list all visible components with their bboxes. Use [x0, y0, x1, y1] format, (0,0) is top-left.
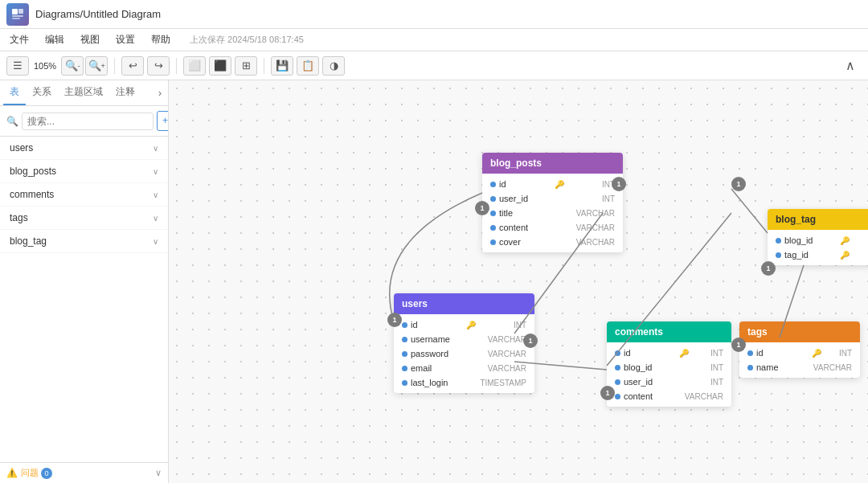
table-blog-posts-header: blog_posts [482, 153, 623, 174]
undo-btn[interactable]: ↩ [121, 56, 144, 76]
sidebar-arrow[interactable]: › [155, 80, 165, 105]
chevron-down-icon: ∨ [153, 237, 158, 246]
table-name-blog-tag: blog_tag [10, 235, 47, 247]
table-tags-header: tags [739, 321, 860, 342]
table-comments-body: id 🔑 INT blog_id INT user_id INT content [607, 342, 731, 407]
history-btn[interactable]: 📋 [297, 56, 319, 76]
last-save-label: 上次保存 2024/5/18 08:17:45 [190, 34, 304, 46]
table-users-header: users [394, 293, 534, 314]
table-row: blog_id INT [607, 360, 731, 375]
table-row: tag_id 🔑 INT [768, 248, 868, 262]
table-tags[interactable]: tags id 🔑 INT name VARCHAR [739, 321, 860, 378]
select-btn[interactable]: ⬜ [183, 56, 206, 76]
table-add-btn[interactable]: ⊞ [235, 56, 257, 76]
menu-view[interactable]: 视图 [77, 31, 103, 48]
table-blog-posts[interactable]: blog_posts id 🔑 INT user_id INT title [482, 153, 623, 252]
menu-bar: 文件 编辑 视图 设置 帮助 上次保存 2024/5/18 08:17:45 [0, 29, 868, 51]
conn-badge-blog-posts-right: 1 [612, 177, 626, 191]
field-dot [615, 394, 620, 399]
frame-btn[interactable]: ⬛ [209, 56, 231, 76]
svg-rect-3 [12, 18, 20, 19]
separator-1 [114, 58, 115, 74]
tab-notes[interactable]: 注释 [109, 80, 141, 105]
conn-badge-blog-tag-left: 1 [761, 261, 776, 276]
canvas-area[interactable]: 1 1 1 1 1 1 1 1 blog_posts id 🔑 INT user… [169, 80, 868, 483]
table-name-comments: comments [10, 189, 54, 200]
add-table-button[interactable]: + 添加表 [157, 111, 169, 131]
table-row: name VARCHAR [739, 360, 860, 375]
table-comments-header: comments [607, 321, 731, 342]
field-dot [402, 366, 407, 371]
field-dot [615, 350, 620, 356]
field-dot [747, 350, 753, 356]
sidebar-table-comments[interactable]: comments ∨ [0, 183, 168, 207]
menu-edit[interactable]: 编辑 [42, 31, 68, 48]
status-chevron[interactable]: ∨ [155, 468, 162, 478]
status-bar: ⚠️ 问题 0 ∨ [0, 462, 168, 483]
tab-relations[interactable]: 关系 [26, 80, 58, 105]
sidebar-table-users[interactable]: users ∨ [0, 137, 168, 160]
main-layout: 表 关系 主题区域 注释 › 🔍 + 添加表 users ∨ blog_post… [0, 80, 868, 483]
table-name-tags: tags [10, 212, 28, 223]
field-dot [747, 365, 753, 370]
status-badge: 0 [41, 468, 52, 479]
app-logo [6, 3, 29, 26]
table-blog-posts-body: id 🔑 INT user_id INT title VARCHAR conte… [482, 174, 623, 252]
theme-btn[interactable]: ◑ [322, 56, 345, 76]
sidebar-table-blog-tag[interactable]: blog_tag ∨ [0, 230, 168, 253]
collapse-toolbar-btn[interactable]: ∧ [839, 56, 862, 76]
save-btn[interactable]: 💾 [271, 56, 293, 76]
table-users-body: id 🔑 INT username VARCHAR password VARCH… [394, 314, 534, 393]
table-row: id 🔑 INT [607, 346, 731, 360]
chevron-down-icon: ∨ [153, 190, 158, 199]
menu-file[interactable]: 文件 [6, 31, 32, 48]
redo-btn[interactable]: ↪ [147, 56, 170, 76]
field-dot [776, 252, 781, 258]
table-name-blog-posts: blog_posts [10, 166, 56, 177]
menu-help[interactable]: 帮助 [148, 31, 174, 48]
table-name-users: users [10, 142, 33, 153]
table-row: id 🔑 INT [394, 317, 534, 332]
sidebar-table-blog-posts[interactable]: blog_posts ∨ [0, 160, 168, 183]
table-blog-tag[interactable]: blog_tag blog_id 🔑 INT tag_id 🔑 INT [768, 209, 868, 265]
table-row: blog_id 🔑 INT [768, 233, 868, 248]
title-bar: Diagrams/Untitled Diagram [0, 0, 868, 29]
table-tags-body: id 🔑 INT name VARCHAR [739, 342, 860, 378]
tab-tables[interactable]: 表 [3, 80, 26, 105]
conn-badge-blog-posts-far: 1 [731, 177, 746, 191]
menu-settings[interactable]: 设置 [113, 31, 138, 48]
field-dot [490, 239, 496, 245]
table-row: last_login TIMESTAMP [394, 375, 534, 390]
conn-badge-users: 1 [387, 313, 402, 327]
table-row: user_id INT [607, 375, 731, 389]
svg-rect-0 [12, 9, 18, 14]
field-dot [776, 238, 781, 244]
sidebar-tabs: 表 关系 主题区域 注释 › [0, 80, 168, 106]
sidebar: 表 关系 主题区域 注释 › 🔍 + 添加表 users ∨ blog_post… [0, 80, 169, 483]
field-dot [402, 380, 407, 386]
separator-3 [264, 58, 264, 74]
conn-badge-comments-left: 1 [600, 386, 615, 400]
tab-themes[interactable]: 主题区域 [58, 80, 109, 105]
table-comments[interactable]: comments id 🔑 INT blog_id INT user_id [607, 321, 731, 407]
sidebar-table-tags[interactable]: tags ∨ [0, 207, 168, 230]
zoom-in-btn[interactable]: 🔍+ [85, 56, 108, 76]
field-dot [402, 337, 407, 342]
table-row: content VARCHAR [482, 220, 623, 235]
chevron-down-icon: ∨ [153, 167, 158, 176]
menu-toggle-btn[interactable]: ☰ [6, 56, 29, 76]
table-users[interactable]: users id 🔑 INT username VARCHAR password [394, 293, 534, 393]
field-dot [490, 211, 496, 216]
table-row: user_id INT [482, 191, 623, 206]
zoom-label: 105% [34, 61, 56, 71]
field-dot [615, 379, 620, 385]
conn-badge-comments-right: 1 [731, 338, 746, 352]
field-dot [615, 365, 620, 370]
search-icon: 🔍 [6, 116, 18, 127]
toolbar: ☰ 105% 🔍- 🔍+ ↩ ↪ ⬜ ⬛ ⊞ 💾 📋 ◑ ∧ [0, 51, 868, 80]
zoom-out-btn[interactable]: 🔍- [61, 56, 84, 76]
search-input[interactable] [22, 113, 154, 130]
conn-badge-blog-posts-left: 1 [475, 201, 489, 215]
table-row: cover VARCHAR [482, 235, 623, 249]
field-dot [402, 351, 407, 357]
